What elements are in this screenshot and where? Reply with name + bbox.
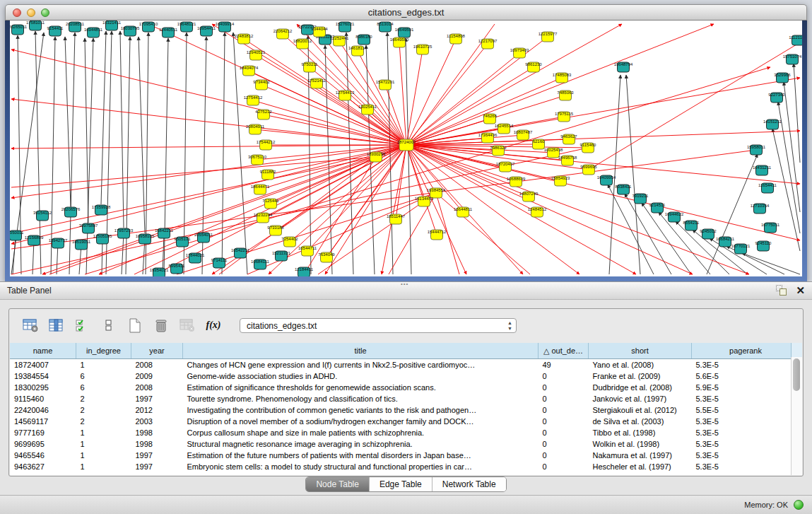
table-cell[interactable]: Stergiakouli et al. (2012) [589, 404, 692, 416]
graph-edge-black[interactable] [772, 129, 800, 251]
table-cell[interactable]: 1997 [131, 393, 183, 404]
select-rows-button[interactable] [74, 317, 91, 334]
tab-node-table[interactable]: Node Table [306, 477, 370, 491]
table-row[interactable]: 946554611997Estimation of the future num… [10, 450, 800, 461]
graph-edge-black[interactable] [742, 253, 800, 274]
table-cell[interactable]: 19384554 [10, 370, 76, 382]
table-cell[interactable]: 5.5E-5 [692, 404, 800, 416]
table-cell[interactable]: Jankovic et al. (1997) [589, 393, 692, 404]
table-cell[interactable]: Estimation of the future numbers of pati… [183, 450, 539, 461]
table-cell[interactable]: 18724007 [10, 359, 76, 371]
table-cell[interactable]: Tibbo et al. (1998) [589, 427, 692, 438]
table-cell[interactable]: 0 [539, 404, 589, 416]
table-cell[interactable]: Tourette syndrome. Phenomenology and cla… [183, 393, 539, 404]
table-cell[interactable]: Investigating the contribution of common… [183, 404, 539, 416]
graph-edge-red[interactable] [406, 39, 456, 145]
table-cell[interactable]: 5.3E-5 [692, 359, 800, 371]
column-header-2[interactable]: year [131, 343, 183, 359]
table-cell[interactable]: 5.3E-5 [692, 393, 800, 404]
graph-edge-red[interactable] [385, 85, 406, 145]
graph-edge-black[interactable] [65, 37, 71, 206]
graph-edge-red[interactable] [589, 42, 800, 170]
graph-edge-black[interactable] [346, 33, 353, 274]
table-cell[interactable]: 6 [76, 382, 131, 393]
table-row[interactable]: 977716911998Corpus callosum shape and si… [10, 427, 800, 438]
graph-edge-black[interactable] [120, 31, 124, 228]
graph-edge-black[interactable] [122, 233, 124, 274]
table-cell[interactable]: 2008 [131, 359, 183, 371]
column-header-5[interactable]: short [589, 343, 692, 359]
table-row[interactable]: 911546021997Tourette syndrome. Phenomeno… [10, 393, 800, 404]
graph-edge-red[interactable] [358, 51, 406, 145]
column-header-0[interactable]: name [10, 343, 76, 359]
column-header-6[interactable]: pagerank [692, 343, 800, 359]
graph-edge-red[interactable] [11, 99, 406, 145]
table-selector-combobox[interactable]: citations_edges.txt ▲▼ [240, 318, 517, 333]
table-row[interactable]: 2242004622012Investigating the contribut… [10, 404, 800, 416]
graph-edge-red[interactable] [406, 49, 423, 145]
memory-ok-indicator[interactable] [794, 500, 804, 510]
table-cell[interactable]: 6 [76, 370, 131, 382]
table-cell[interactable]: 1 [76, 450, 131, 461]
table-cell[interactable]: 1 [76, 461, 131, 472]
table-cell[interactable]: 5.3E-5 [692, 416, 800, 427]
table-cell[interactable]: 9115460 [10, 393, 76, 404]
graph-edge-black[interactable] [784, 82, 800, 212]
table-cell[interactable]: 2 [76, 404, 131, 416]
table-cell[interactable]: 2009 [131, 370, 183, 382]
table-cell[interactable]: Disruption of a novel member of a sodium… [183, 416, 539, 427]
graph-edge-black[interactable] [325, 45, 332, 274]
table-cell[interactable]: 1998 [131, 438, 183, 450]
table-cell[interactable]: Structural magnetic resonance image aver… [183, 438, 539, 450]
network-canvas[interactable]: 2026501117581011915441120208511169448111… [10, 21, 802, 276]
column-header-4[interactable]: △ out_de… [539, 343, 589, 359]
table-cell[interactable]: 1997 [131, 450, 183, 461]
column-header-1[interactable]: in_degree [76, 343, 131, 359]
graph-edge-black[interactable] [164, 38, 168, 274]
table-cell[interactable]: Hescheler et al. (1997) [589, 461, 692, 472]
table-cell[interactable]: 18300295 [10, 382, 76, 393]
graph-edge-red[interactable] [399, 42, 406, 145]
graph-edge-red[interactable] [11, 157, 376, 233]
table-cell[interactable]: 5.9E-5 [692, 382, 800, 393]
table-cell[interactable]: 0 [539, 427, 589, 438]
delete-table-button[interactable] [179, 317, 196, 334]
float-panel-icon[interactable] [776, 285, 787, 296]
function-builder-button[interactable]: f(x) [205, 317, 222, 334]
table-cell[interactable]: 2 [76, 393, 131, 404]
table-cell[interactable]: Dudbridge et al. (2008) [589, 382, 692, 393]
table-cell[interactable]: 49 [539, 359, 589, 371]
graph-edge-black[interactable] [69, 33, 75, 274]
table-cell[interactable]: 0 [539, 370, 589, 382]
graph-edge-red[interactable] [11, 157, 376, 187]
graph-edge-red[interactable] [436, 193, 530, 274]
table-cell[interactable]: Estimation of significance thresholds fo… [183, 382, 539, 393]
table-cell[interactable]: 1997 [131, 461, 183, 472]
table-cell[interactable]: Nakamura et al. (1997) [589, 450, 692, 461]
table-row[interactable]: 1456911722003Disruption of a novel membe… [10, 416, 800, 427]
table-cell[interactable]: Genome-wide association studies in ADHD. [183, 370, 539, 382]
table-cell[interactable]: 9465546 [10, 450, 76, 461]
table-cell[interactable]: 5.3E-5 [692, 427, 800, 438]
table-cell[interactable]: Changes of HCN gene expression and I(f) … [183, 359, 539, 371]
table-cell[interactable]: 2008 [131, 382, 183, 393]
graph-edge-black[interactable] [126, 37, 130, 274]
table-cell[interactable]: 0 [539, 393, 589, 404]
graph-edge-black[interactable] [609, 75, 620, 274]
table-cell[interactable]: 14569117 [10, 416, 76, 427]
table-cell[interactable]: 9463627 [10, 461, 76, 472]
table-cell[interactable]: 0 [539, 438, 589, 450]
row-height-button[interactable] [100, 317, 117, 334]
table-cell[interactable]: 5.3E-5 [692, 438, 800, 450]
graph-edge-red[interactable] [268, 145, 406, 175]
table-cell[interactable]: de Silva et al. (2003) [589, 416, 692, 427]
table-cell[interactable]: 0 [539, 416, 589, 427]
table-cell[interactable]: 1 [76, 359, 131, 371]
graph-edge-black[interactable] [85, 38, 88, 223]
table-cell[interactable]: 1 [76, 427, 131, 438]
graph-edge-black[interactable] [222, 33, 225, 274]
graph-edge-black[interactable] [139, 37, 145, 233]
table-cell[interactable]: 2003 [131, 416, 183, 427]
table-cell[interactable]: Corpus callosum shape and size in male p… [183, 427, 539, 438]
table-row[interactable]: 1830029562008Estimation of significance … [10, 382, 800, 393]
